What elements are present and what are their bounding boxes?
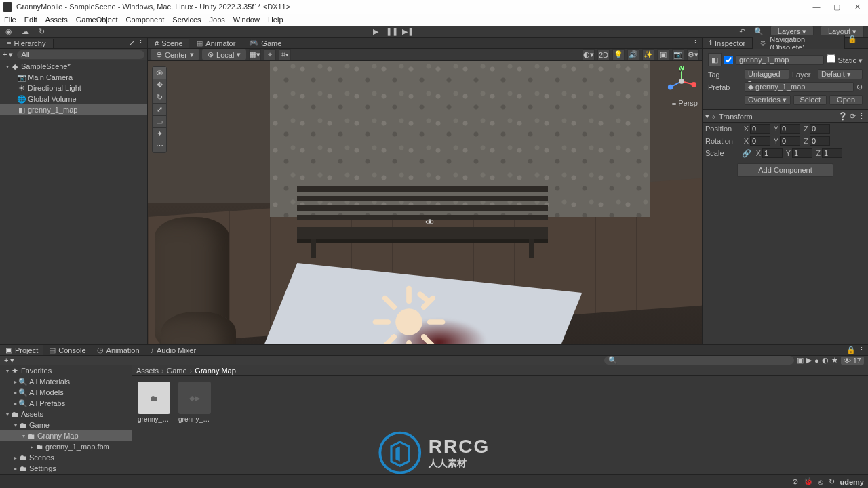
project-tree-item[interactable]: ▸🖿grenny_1_map.fbm	[0, 441, 132, 452]
position-y[interactable]	[780, 124, 800, 134]
scale-y[interactable]	[792, 148, 812, 158]
menu-file[interactable]: File	[4, 16, 16, 24]
menu-gameobject[interactable]: GameObject	[76, 16, 118, 24]
camera-toggle[interactable]: 📷	[672, 49, 684, 60]
hierarchy-search[interactable]: All	[17, 50, 144, 59]
search-filter-icon[interactable]: ▣	[797, 356, 804, 365]
snap-increment[interactable]: ⌗▾	[279, 49, 291, 60]
tab-scene[interactable]: # Scene	[148, 39, 189, 48]
close-button[interactable]: ✕	[853, 3, 861, 11]
prefab-select-button[interactable]: Select	[793, 95, 827, 105]
position-z[interactable]	[810, 124, 830, 134]
menu-window[interactable]: Window	[233, 16, 260, 24]
project-create-dropdown[interactable]: + ▾	[4, 356, 14, 365]
search-filter-icon[interactable]: ●	[814, 357, 819, 365]
scale-link-icon[interactable]: 🔗	[742, 149, 751, 158]
breadcrumb-item[interactable]: Granny Map	[195, 367, 236, 375]
menu-edit[interactable]: Edit	[24, 16, 37, 24]
project-tree-item[interactable]: ▾★Favorites	[0, 365, 132, 376]
prefab-open-button[interactable]: Open	[829, 95, 863, 105]
project-tree-item[interactable]: ▸🔍All Models	[0, 387, 132, 398]
breadcrumb-item[interactable]: Game	[167, 367, 187, 375]
hierarchy-item[interactable]: ◧grenny_1_map	[0, 104, 147, 115]
status-icon[interactable]: ↻	[829, 477, 835, 486]
hierarchy-item[interactable]: ☀Directional Light	[0, 83, 147, 94]
snap-toggle[interactable]: ⌖	[264, 49, 276, 60]
tab-game[interactable]: 🎮 Game	[242, 38, 288, 48]
minimize-button[interactable]: —	[812, 3, 821, 11]
hierarchy-lock-icon[interactable]: ⤢ ⋮	[129, 39, 147, 47]
rotation-z[interactable]	[810, 136, 830, 146]
prefab-field[interactable]: ◆ grenny_1_map	[745, 82, 854, 92]
status-icon[interactable]: 🐞	[804, 477, 813, 486]
add-component-button[interactable]: Add Component	[737, 163, 833, 177]
rotation-y[interactable]	[780, 136, 800, 146]
search-filter-icon[interactable]: ★	[831, 356, 838, 365]
status-icon[interactable]: ⎋	[818, 478, 823, 486]
space-dropdown[interactable]: ⊗ Local ▾	[202, 49, 246, 60]
gizmos-dropdown[interactable]: ⚙▾	[687, 49, 699, 60]
project-tree-item[interactable]: ▸🔍All Prefabs	[0, 398, 132, 409]
search-filter-icon[interactable]: ◐	[822, 356, 829, 365]
rotate-tool[interactable]: ↻	[153, 92, 166, 104]
project-tree-item[interactable]: ▾🖿Game	[0, 420, 132, 430]
step-button[interactable]: ▶❚	[403, 27, 413, 37]
hierarchy-tab[interactable]: ≡ Hierarchy	[0, 39, 54, 48]
tab-animator[interactable]: ▦ Animator	[189, 38, 242, 48]
view-tool[interactable]: 👁	[153, 67, 166, 79]
position-x[interactable]	[750, 124, 770, 134]
breadcrumb-item[interactable]: Assets	[136, 367, 159, 375]
undo-icon[interactable]: ↶	[738, 27, 747, 37]
menu-services[interactable]: Services	[172, 16, 201, 24]
hidden-count[interactable]: 👁 17	[841, 357, 864, 365]
gameobject-active-toggle[interactable]	[724, 56, 733, 64]
rotation-x[interactable]	[750, 136, 770, 146]
scale-z[interactable]	[822, 148, 842, 158]
hierarchy-item[interactable]: ▾◆SampleScene*	[0, 61, 147, 72]
fx-toggle[interactable]: ✨	[642, 49, 654, 60]
asset-item[interactable]: ◆▶grenny_1_...	[178, 382, 212, 479]
lighting-toggle[interactable]: 💡	[612, 49, 625, 60]
rect-tool[interactable]: ▭	[153, 116, 166, 128]
prefab-locate-icon[interactable]: ⊙	[856, 83, 863, 92]
toggle-2d[interactable]: 2D	[597, 49, 610, 60]
scale-tool[interactable]: ⤢	[153, 104, 166, 116]
draw-mode[interactable]: ◐▾	[583, 49, 595, 60]
inspector-tab[interactable]: ℹ Inspector	[703, 38, 753, 48]
move-tool[interactable]: ✥	[153, 79, 166, 92]
hierarchy-item[interactable]: 📷Main Camera	[0, 72, 147, 83]
maximize-button[interactable]: ▢	[833, 3, 841, 11]
transform-tool[interactable]: ✦	[153, 128, 166, 140]
scale-x[interactable]	[762, 148, 783, 158]
tab-project[interactable]: ▣ Project	[0, 345, 43, 355]
search-filter-icon[interactable]: ▶	[806, 356, 812, 365]
create-dropdown[interactable]: + ▾	[3, 50, 13, 59]
menu-jobs[interactable]: Jobs	[210, 16, 225, 24]
project-tree-item[interactable]: ▸🖿Settings	[0, 463, 132, 474]
project-search[interactable]: 🔍	[604, 356, 794, 365]
projection-label[interactable]: ≡ Persp	[672, 99, 698, 107]
project-tree-item[interactable]: ▾🖿Granny Map	[0, 430, 132, 441]
cloud-icon[interactable]: ☁	[20, 27, 30, 37]
gameobject-name-field[interactable]: grenny_1_map	[736, 55, 824, 65]
scene-viewport[interactable]: 👁 👁 ✥ ↻ ⤢ ▭ ✦ ⋯ y ≡ Persp	[148, 61, 702, 344]
overlay-toggle[interactable]: ▣	[657, 49, 669, 60]
transform-component-header[interactable]: ▾ ⬦ Transform❔ ⟳ ⋮	[703, 110, 868, 123]
account-icon[interactable]: ◉	[4, 27, 14, 37]
audio-toggle[interactable]: 🔊	[627, 49, 639, 60]
project-tree-item[interactable]: ▸🔍All Materials	[0, 376, 132, 387]
menu-component[interactable]: Component	[125, 16, 164, 24]
scene-tab-menu[interactable]: ⋮	[692, 39, 702, 47]
tab-animation[interactable]: ◷ Animation	[92, 345, 145, 355]
tab-console[interactable]: ▤ Console	[43, 345, 91, 355]
project-tab-menu[interactable]: 🔒 ⋮	[844, 346, 868, 354]
grid-toggle[interactable]: ▦▾	[249, 49, 261, 60]
menu-assets[interactable]: Assets	[45, 16, 68, 24]
pause-button[interactable]: ❚❚	[387, 27, 397, 37]
history-icon[interactable]: ↻	[37, 27, 46, 37]
overrides-dropdown[interactable]: Overrides ▾	[745, 95, 791, 105]
asset-item[interactable]: 🖿grenny_1_...	[138, 382, 172, 479]
pivot-dropdown[interactable]: ⊕ Center ▾	[151, 49, 199, 60]
tab-audio-mixer[interactable]: ♪ Audio Mixer	[145, 346, 202, 355]
menu-help[interactable]: Help	[268, 16, 283, 24]
